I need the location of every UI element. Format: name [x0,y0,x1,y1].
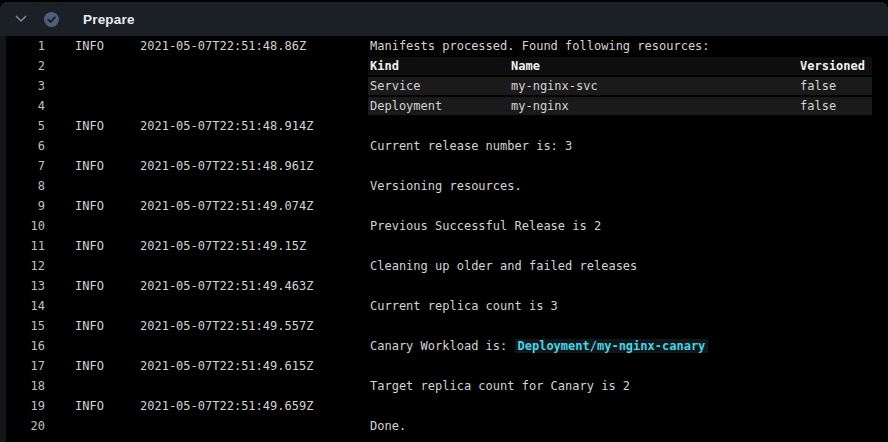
log-level [45,216,140,236]
timestamp [140,296,370,316]
log-line: 19INFO2021-05-07T22:51:49.659Z [6,396,888,416]
log-message: Cleaning up older and failed releases [370,256,888,276]
log-level [45,256,140,276]
line-number[interactable]: 15 [6,316,45,336]
table-cell: Kind [370,57,511,75]
log-line: 11INFO2021-05-07T22:51:49.15Z [6,236,888,256]
log-level: INFO [45,236,140,256]
table-cell: Name [511,57,800,75]
line-number[interactable]: 16 [6,336,45,356]
message-text: Canary Workload is: [370,339,515,353]
log-level [45,416,140,436]
resource-table-row: Servicemy-nginx-svcfalse [368,77,872,95]
log-message: Canary Workload is: Deployment/my-nginx-… [370,336,888,356]
check-circle-icon [43,11,60,28]
message-text: Current replica count is 3 [370,299,558,313]
timestamp [140,56,370,76]
line-number[interactable]: 13 [6,276,45,296]
log-message: Target replica count for Canary is 2 [370,376,888,396]
line-number[interactable]: 1 [6,36,45,56]
timestamp [140,176,370,196]
log-message: Done. [370,416,888,436]
timestamp: 2021-05-07T22:51:48.86Z [140,36,370,56]
message-text: Cleaning up older and failed releases [370,259,637,273]
table-cell: Service [370,77,511,95]
line-number[interactable]: 9 [6,196,45,216]
log-line: 17INFO2021-05-07T22:51:49.615Z [6,356,888,376]
log-level: INFO [45,116,140,136]
line-number[interactable]: 10 [6,216,45,236]
line-number[interactable]: 18 [6,376,45,396]
log-message [370,316,888,336]
line-number[interactable]: 11 [6,236,45,256]
log-line: 5INFO2021-05-07T22:51:48.914Z [6,116,888,136]
timestamp [140,416,370,436]
line-number[interactable]: 4 [6,96,45,116]
timestamp [140,256,370,276]
log-line: 15INFO2021-05-07T22:51:49.557Z [6,316,888,336]
table-cell: Deployment [370,97,511,115]
line-number[interactable]: 17 [6,356,45,376]
line-number[interactable]: 5 [6,116,45,136]
timestamp: 2021-05-07T22:51:49.463Z [140,276,370,296]
log-line: 12Cleaning up older and failed releases [6,256,888,276]
log-line: 20Done. [6,416,888,436]
log-line: 13INFO2021-05-07T22:51:49.463Z [6,276,888,296]
line-number[interactable]: 19 [6,396,45,416]
log-message: Manifests processed. Found following res… [370,36,888,56]
line-number[interactable]: 7 [6,156,45,176]
table-cell: false [800,77,872,95]
log-message: Deploymentmy-nginxfalse [370,96,888,116]
timestamp [140,76,370,96]
log-line: 10Previous Successful Release is 2 [6,216,888,236]
timestamp [140,336,370,356]
table-cell: Versioned [800,57,872,75]
log-message: Current replica count is 3 [370,296,888,316]
table-cell: false [800,97,872,115]
log-level [45,296,140,316]
log-line: 7INFO2021-05-07T22:51:48.961Z [6,156,888,176]
line-number[interactable]: 14 [6,296,45,316]
timestamp: 2021-05-07T22:51:48.961Z [140,156,370,176]
log-level: INFO [45,196,140,216]
line-number[interactable]: 12 [6,256,45,276]
message-text: Done. [370,419,406,433]
log-viewer[interactable]: 1INFO2021-05-07T22:51:48.86ZManifests pr… [6,36,888,442]
line-number[interactable]: 8 [6,176,45,196]
message-text: Current release number is: 3 [370,139,572,153]
table-cell: my-nginx-svc [511,77,800,95]
log-message: KindNameVersioned [370,56,888,76]
canary-workload-value: Deployment/my-nginx-canary [515,339,709,353]
log-line: 3Servicemy-nginx-svcfalse [6,76,888,96]
timestamp: 2021-05-07T22:51:48.914Z [140,116,370,136]
timestamp [140,216,370,236]
log-level [45,336,140,356]
message-text: Versioning resources. [370,179,522,193]
timestamp [140,136,370,156]
line-number[interactable]: 6 [6,136,45,156]
log-message [370,356,888,376]
log-level: INFO [45,356,140,376]
timestamp: 2021-05-07T22:51:49.659Z [140,396,370,416]
log-line: 9INFO2021-05-07T22:51:49.074Z [6,196,888,216]
timestamp: 2021-05-07T22:51:49.15Z [140,236,370,256]
log-level [45,56,140,76]
message-text: Manifests processed. Found following res… [370,39,710,53]
log-message: Versioning resources. [370,176,888,196]
timestamp: 2021-05-07T22:51:49.615Z [140,356,370,376]
log-message: Current release number is: 3 [370,136,888,156]
resource-table-row: Deploymentmy-nginxfalse [368,97,872,115]
message-text: Previous Successful Release is 2 [370,219,601,233]
log-line: 14Current replica count is 3 [6,296,888,316]
log-message: Previous Successful Release is 2 [370,216,888,236]
line-number[interactable]: 2 [6,56,45,76]
log-message [370,196,888,216]
chevron-down-icon[interactable] [12,10,30,28]
log-line: 1INFO2021-05-07T22:51:48.86ZManifests pr… [6,36,888,56]
line-number[interactable]: 3 [6,76,45,96]
log-line: 6Current release number is: 3 [6,136,888,156]
step-header: Prepare [0,2,888,36]
log-level [45,96,140,116]
line-number[interactable]: 20 [6,416,45,436]
log-level [45,76,140,96]
